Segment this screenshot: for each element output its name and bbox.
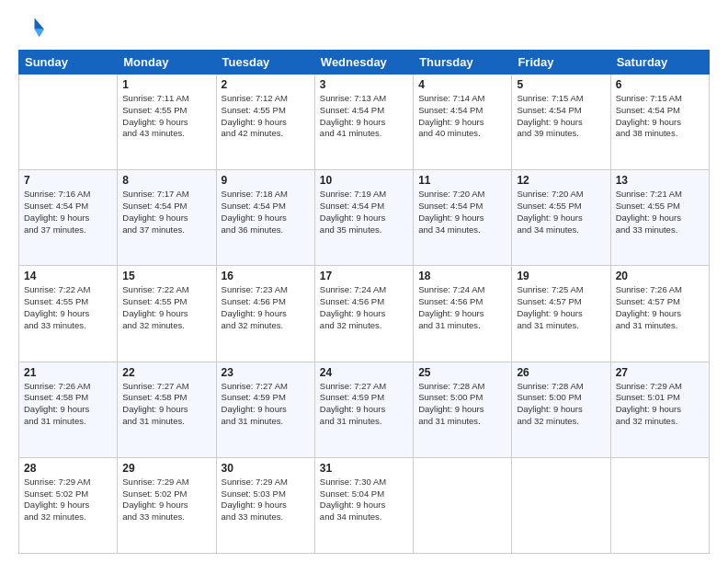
table-row: 6Sunrise: 7:15 AMSunset: 4:54 PMDaylight… bbox=[610, 75, 709, 170]
table-row: 25Sunrise: 7:28 AMSunset: 5:00 PMDayligh… bbox=[414, 362, 512, 457]
day-info: Sunrise: 7:20 AMSunset: 4:54 PMDaylight:… bbox=[418, 189, 506, 236]
svg-marker-1 bbox=[35, 29, 45, 38]
table-row: 27Sunrise: 7:29 AMSunset: 5:01 PMDayligh… bbox=[610, 362, 709, 457]
logo-icon bbox=[18, 15, 44, 40]
day-number: 16 bbox=[222, 270, 310, 282]
day-number: 7 bbox=[24, 174, 112, 187]
day-number: 21 bbox=[24, 366, 112, 379]
day-info: Sunrise: 7:17 AMSunset: 4:54 PMDaylight:… bbox=[122, 189, 210, 236]
day-number: 8 bbox=[122, 174, 210, 187]
col-wednesday: Wednesday bbox=[314, 51, 413, 75]
col-monday: Monday bbox=[118, 51, 216, 75]
table-row: 2Sunrise: 7:12 AMSunset: 4:55 PMDaylight… bbox=[216, 75, 314, 170]
day-number: 26 bbox=[517, 366, 605, 379]
day-info: Sunrise: 7:25 AMSunset: 4:57 PMDaylight:… bbox=[517, 284, 605, 331]
day-number: 9 bbox=[222, 174, 310, 187]
day-info: Sunrise: 7:16 AMSunset: 4:54 PMDaylight:… bbox=[24, 189, 112, 236]
calendar-week-row: 21Sunrise: 7:26 AMSunset: 4:58 PMDayligh… bbox=[19, 362, 710, 457]
col-sunday: Sunday bbox=[19, 51, 118, 75]
col-tuesday: Tuesday bbox=[216, 51, 314, 75]
day-number: 15 bbox=[122, 270, 210, 282]
calendar-week-row: 1Sunrise: 7:11 AMSunset: 4:55 PMDaylight… bbox=[19, 75, 710, 170]
day-info: Sunrise: 7:28 AMSunset: 5:00 PMDaylight:… bbox=[517, 381, 605, 428]
table-row: 30Sunrise: 7:29 AMSunset: 5:03 PMDayligh… bbox=[216, 457, 314, 553]
table-row: 28Sunrise: 7:29 AMSunset: 5:02 PMDayligh… bbox=[19, 457, 118, 553]
day-number: 30 bbox=[222, 462, 310, 475]
day-info: Sunrise: 7:11 AMSunset: 4:55 PMDaylight:… bbox=[122, 93, 210, 140]
table-row: 13Sunrise: 7:21 AMSunset: 4:55 PMDayligh… bbox=[610, 170, 709, 266]
table-row: 9Sunrise: 7:18 AMSunset: 4:54 PMDaylight… bbox=[216, 170, 314, 266]
day-info: Sunrise: 7:13 AMSunset: 4:54 PMDaylight:… bbox=[320, 93, 408, 140]
day-number: 2 bbox=[222, 78, 310, 91]
table-row: 8Sunrise: 7:17 AMSunset: 4:54 PMDaylight… bbox=[118, 170, 216, 266]
day-number: 11 bbox=[418, 174, 506, 187]
day-info: Sunrise: 7:24 AMSunset: 4:56 PMDaylight:… bbox=[320, 284, 408, 331]
table-row: 24Sunrise: 7:27 AMSunset: 4:59 PMDayligh… bbox=[314, 362, 413, 457]
day-number: 3 bbox=[320, 78, 408, 91]
table-row: 23Sunrise: 7:27 AMSunset: 4:59 PMDayligh… bbox=[216, 362, 314, 457]
calendar-header-row: Sunday Monday Tuesday Wednesday Thursday… bbox=[19, 51, 710, 75]
table-row: 18Sunrise: 7:24 AMSunset: 4:56 PMDayligh… bbox=[414, 266, 512, 362]
table-row: 15Sunrise: 7:22 AMSunset: 4:55 PMDayligh… bbox=[118, 266, 216, 362]
table-row: 10Sunrise: 7:19 AMSunset: 4:54 PMDayligh… bbox=[314, 170, 413, 266]
day-info: Sunrise: 7:29 AMSunset: 5:02 PMDaylight:… bbox=[24, 477, 112, 523]
table-row bbox=[610, 457, 709, 553]
day-number: 4 bbox=[418, 78, 506, 91]
page: Sunday Monday Tuesday Wednesday Thursday… bbox=[0, 0, 728, 563]
table-row: 14Sunrise: 7:22 AMSunset: 4:55 PMDayligh… bbox=[19, 266, 118, 362]
day-number: 24 bbox=[320, 366, 408, 379]
col-friday: Friday bbox=[512, 51, 610, 75]
day-info: Sunrise: 7:27 AMSunset: 4:58 PMDaylight:… bbox=[122, 381, 210, 428]
day-info: Sunrise: 7:27 AMSunset: 4:59 PMDaylight:… bbox=[222, 381, 310, 428]
table-row: 3Sunrise: 7:13 AMSunset: 4:54 PMDaylight… bbox=[314, 75, 413, 170]
day-info: Sunrise: 7:30 AMSunset: 5:04 PMDaylight:… bbox=[320, 477, 408, 523]
table-row: 17Sunrise: 7:24 AMSunset: 4:56 PMDayligh… bbox=[314, 266, 413, 362]
day-info: Sunrise: 7:24 AMSunset: 4:56 PMDaylight:… bbox=[418, 284, 506, 331]
day-number: 12 bbox=[517, 174, 605, 187]
day-number: 18 bbox=[418, 270, 506, 282]
day-info: Sunrise: 7:23 AMSunset: 4:56 PMDaylight:… bbox=[222, 284, 310, 331]
day-number: 5 bbox=[517, 78, 605, 91]
table-row: 22Sunrise: 7:27 AMSunset: 4:58 PMDayligh… bbox=[118, 362, 216, 457]
table-row bbox=[512, 457, 610, 553]
day-number: 31 bbox=[320, 462, 408, 475]
table-row: 4Sunrise: 7:14 AMSunset: 4:54 PMDaylight… bbox=[414, 75, 512, 170]
day-number: 27 bbox=[616, 366, 704, 379]
table-row bbox=[19, 75, 118, 170]
table-row: 7Sunrise: 7:16 AMSunset: 4:54 PMDaylight… bbox=[19, 170, 118, 266]
table-row: 29Sunrise: 7:29 AMSunset: 5:02 PMDayligh… bbox=[118, 457, 216, 553]
col-thursday: Thursday bbox=[414, 51, 512, 75]
table-row bbox=[414, 457, 512, 553]
day-info: Sunrise: 7:14 AMSunset: 4:54 PMDaylight:… bbox=[418, 93, 506, 140]
table-row: 21Sunrise: 7:26 AMSunset: 4:58 PMDayligh… bbox=[19, 362, 118, 457]
day-number: 13 bbox=[616, 174, 704, 187]
day-info: Sunrise: 7:28 AMSunset: 5:00 PMDaylight:… bbox=[418, 381, 506, 428]
day-info: Sunrise: 7:29 AMSunset: 5:03 PMDaylight:… bbox=[222, 477, 310, 523]
day-info: Sunrise: 7:22 AMSunset: 4:55 PMDaylight:… bbox=[24, 284, 112, 331]
day-number: 1 bbox=[122, 78, 210, 91]
day-number: 14 bbox=[24, 270, 112, 282]
table-row: 26Sunrise: 7:28 AMSunset: 5:00 PMDayligh… bbox=[512, 362, 610, 457]
table-row: 12Sunrise: 7:20 AMSunset: 4:55 PMDayligh… bbox=[512, 170, 610, 266]
day-number: 23 bbox=[222, 366, 310, 379]
day-number: 25 bbox=[418, 366, 506, 379]
table-row: 5Sunrise: 7:15 AMSunset: 4:54 PMDaylight… bbox=[512, 75, 610, 170]
day-info: Sunrise: 7:22 AMSunset: 4:55 PMDaylight:… bbox=[122, 284, 210, 331]
day-number: 22 bbox=[122, 366, 210, 379]
table-row: 31Sunrise: 7:30 AMSunset: 5:04 PMDayligh… bbox=[314, 457, 413, 553]
col-saturday: Saturday bbox=[610, 51, 709, 75]
calendar: Sunday Monday Tuesday Wednesday Thursday… bbox=[18, 50, 710, 554]
calendar-week-row: 7Sunrise: 7:16 AMSunset: 4:54 PMDaylight… bbox=[19, 170, 710, 266]
table-row: 19Sunrise: 7:25 AMSunset: 4:57 PMDayligh… bbox=[512, 266, 610, 362]
table-row: 16Sunrise: 7:23 AMSunset: 4:56 PMDayligh… bbox=[216, 266, 314, 362]
day-info: Sunrise: 7:15 AMSunset: 4:54 PMDaylight:… bbox=[517, 93, 605, 140]
day-info: Sunrise: 7:15 AMSunset: 4:54 PMDaylight:… bbox=[616, 93, 704, 140]
day-info: Sunrise: 7:21 AMSunset: 4:55 PMDaylight:… bbox=[616, 189, 704, 236]
day-number: 20 bbox=[616, 270, 704, 282]
day-info: Sunrise: 7:26 AMSunset: 4:58 PMDaylight:… bbox=[24, 381, 112, 428]
day-info: Sunrise: 7:18 AMSunset: 4:54 PMDaylight:… bbox=[222, 189, 310, 236]
day-info: Sunrise: 7:27 AMSunset: 4:59 PMDaylight:… bbox=[320, 381, 408, 428]
day-number: 28 bbox=[24, 462, 112, 475]
calendar-week-row: 28Sunrise: 7:29 AMSunset: 5:02 PMDayligh… bbox=[19, 457, 710, 553]
day-info: Sunrise: 7:26 AMSunset: 4:57 PMDaylight:… bbox=[616, 284, 704, 331]
